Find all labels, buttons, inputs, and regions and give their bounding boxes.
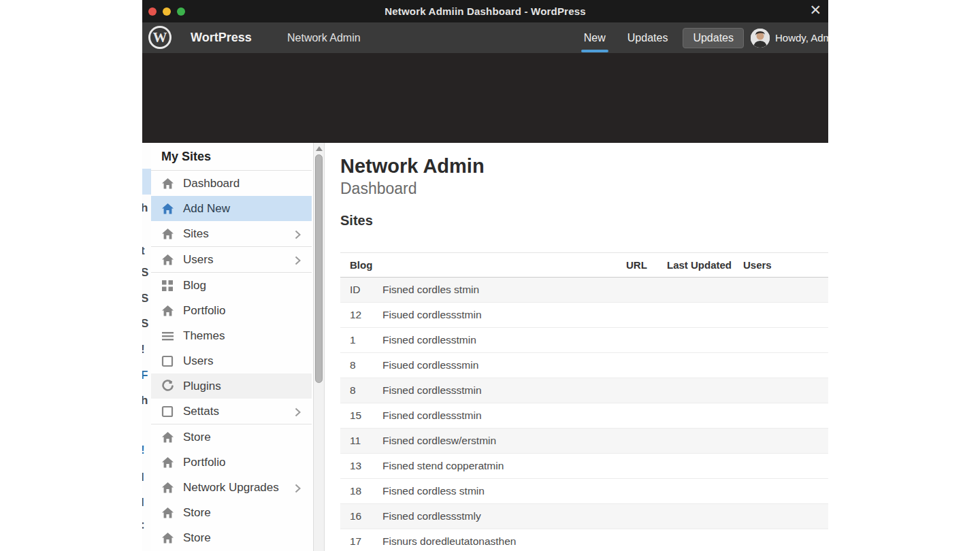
table-row[interactable]: 13Fisned stend copperatmin [340, 454, 828, 479]
site-name-cell: Fisned stend copperatmin [382, 460, 828, 472]
chevron-right-icon [295, 407, 301, 420]
site-id-cell: 1 [340, 334, 382, 346]
window-titlebar: Network Admiin Dashboard - WordPress ✕ [142, 0, 828, 22]
edge-letter-fragment: h [142, 201, 148, 215]
sidebar-item-label: Users [183, 253, 213, 267]
network-admin-menu[interactable]: Network Admin [287, 32, 361, 44]
table-row[interactable]: 15Fisned cordlessstmin [340, 403, 828, 429]
sidebar-item-users[interactable]: Users [151, 348, 312, 373]
site-id-cell: 13 [340, 460, 382, 472]
nav-updates-label: Updates [627, 32, 668, 44]
sidebar-item-store[interactable]: Store [151, 424, 312, 450]
home-icon [161, 531, 174, 544]
scroll-up-arrow-icon[interactable] [316, 146, 323, 151]
sidebar-item-store[interactable]: Store [151, 500, 312, 525]
page-title: Network Admin [340, 155, 485, 178]
site-name-cell: Fisned cordles stmin [382, 284, 828, 296]
table-row[interactable]: 8Fisued cordlesssmin [340, 353, 828, 378]
sidebar-item-label: Plugins [183, 380, 221, 393]
sidebar-item-network-upgrades[interactable]: Network Upgrades [151, 475, 312, 500]
sites-table-body: IDFisned cordles stmin12Fisued cordlesss… [340, 278, 828, 551]
table-row[interactable]: 12Fisued cordlessstmin [340, 303, 828, 328]
traffic-lights [148, 7, 185, 16]
sidebar-item-label: Add New [183, 202, 230, 216]
window-title: Network Admiin Dashboard - WordPress [142, 5, 828, 17]
sites-section-title: Sites [340, 213, 373, 229]
column-header-last-updated[interactable]: Last Updated [667, 259, 743, 271]
column-header-url[interactable]: URL [626, 259, 667, 271]
table-row[interactable]: 8Fisned cordlessstmin [340, 378, 828, 403]
plugin-icon [161, 380, 174, 393]
content-area: htSSS!Fh!ll: My Sites DashboardAdd NewSi… [142, 143, 828, 551]
table-row[interactable]: 18Fisned cordless stmin [340, 479, 828, 504]
chevron-right-icon [295, 229, 301, 243]
edge-letter-fragment: t [142, 244, 145, 258]
nav-updates[interactable]: Updates [627, 32, 668, 44]
sidebar-title: My Sites [151, 143, 312, 170]
sidebar-item-portfolio[interactable]: Portfolio [151, 298, 312, 323]
sidebar-item-users[interactable]: Users [151, 247, 312, 272]
edge-letter-fragment: h [142, 394, 148, 407]
home-icon [161, 227, 174, 240]
updates-button[interactable]: Updates [683, 28, 744, 48]
home-icon [161, 177, 174, 190]
site-name-cell: Fisued cordlessstmin [382, 309, 828, 321]
dark-spacer [142, 53, 828, 143]
sidebar-item-portfolio[interactable]: Portfolio [151, 450, 312, 475]
minimize-traffic-light-icon[interactable] [163, 7, 171, 16]
active-underline [581, 50, 608, 52]
brand-title[interactable]: WortPress [191, 31, 252, 45]
zoom-traffic-light-icon[interactable] [177, 7, 185, 16]
table-row[interactable]: 11Fisned cordlesw/erstmin [340, 429, 828, 454]
column-header-users[interactable]: Users [743, 259, 828, 271]
sidebar-item-plugins[interactable]: Plugins [151, 373, 312, 399]
sites-table: Blog URL Last Updated Users IDFisned cor… [340, 252, 828, 551]
avatar[interactable] [751, 29, 770, 48]
edge-letter-fragment: S [142, 292, 148, 305]
admin-bar-right: New Updates Updates Howdy, Adm [573, 22, 828, 53]
table-row[interactable]: 16Fisned cordlessstmly [340, 504, 828, 529]
sidebar-item-settats[interactable]: Settats [151, 399, 312, 424]
site-id-cell: 18 [340, 485, 382, 497]
howdy-greeting[interactable]: Howdy, Adm [775, 32, 828, 44]
close-traffic-light-icon[interactable] [148, 7, 157, 16]
square-icon [161, 405, 174, 418]
sidebar-item-label: Blog [183, 279, 206, 293]
sidebar-item-label: Settats [183, 405, 219, 418]
close-icon[interactable]: ✕ [809, 2, 821, 18]
sidebar-item-label: Portfolio [183, 304, 225, 318]
site-name-cell: Fisned cordlessstmin [382, 384, 828, 397]
list-icon [161, 329, 174, 342]
home-icon [161, 431, 174, 444]
sidebar-item-add-new[interactable]: Add New [151, 196, 312, 221]
home-icon [161, 304, 174, 317]
sidebar-item-label: Dashboard [183, 177, 240, 190]
sidebar-item-blog[interactable]: Blog [151, 273, 312, 298]
nav-new-label: New [584, 32, 606, 44]
edge-letter-fragment: l [142, 496, 144, 510]
edge-letter-fragment: S [142, 317, 148, 331]
site-name-cell: Fisnurs doredleutatonasthen [382, 535, 828, 548]
column-header-blog[interactable]: Blog [340, 259, 626, 271]
sidebar-item-store[interactable]: Store [151, 525, 312, 550]
site-id-cell: ID [340, 284, 382, 296]
wordpress-logo-icon[interactable]: W [148, 26, 172, 49]
sidebar-item-dashboard[interactable]: Dashboard [151, 171, 312, 196]
chevron-right-icon [295, 255, 301, 269]
home-icon [161, 202, 174, 215]
sidebar-item-themes[interactable]: Themes [151, 323, 312, 348]
scrollbar-thumb[interactable] [315, 154, 323, 383]
table-row[interactable]: 1Fisned cordlesstmin [340, 328, 828, 353]
edge-letter-fragment: F [142, 369, 148, 382]
table-row[interactable]: IDFisned cordles stmin [340, 278, 828, 303]
table-row[interactable]: 17Fisnurs doredleutatonasthen [340, 529, 828, 551]
site-id-cell: 8 [340, 359, 382, 371]
sidebar-item-sites[interactable]: Sites [151, 221, 312, 246]
site-id-cell: 11 [340, 435, 382, 447]
sidebar-scrollbar[interactable] [313, 143, 325, 551]
site-name-cell: Fisned cordless stmin [382, 485, 828, 497]
square-icon [161, 354, 174, 367]
nav-new[interactable]: New [584, 32, 606, 44]
site-id-cell: 12 [340, 309, 382, 321]
site-id-cell: 8 [340, 384, 382, 397]
